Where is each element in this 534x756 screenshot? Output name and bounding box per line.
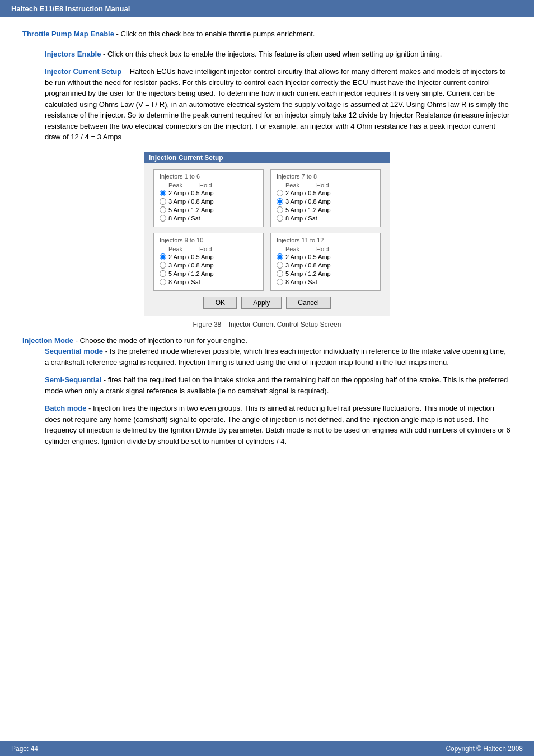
injector-current-section: Injector Current Setup – Haltech ECUs ha… — [45, 66, 512, 143]
group4-radio1[interactable] — [277, 253, 283, 260]
group4-option2: 3 Amp / 0.8 Amp — [277, 262, 374, 269]
group2-option2: 3 Amp / 0.8 Amp — [277, 198, 374, 205]
group4-label1: 2 Amp / 0.5 Amp — [285, 253, 331, 260]
group3-radio2[interactable] — [160, 262, 166, 269]
group2-option1: 2 Amp / 0.5 Amp — [277, 190, 374, 196]
group2-radio1[interactable] — [277, 190, 283, 196]
group2-radio4[interactable] — [277, 215, 283, 222]
group4-radio4[interactable] — [277, 279, 283, 285]
injectors-enable-term: Injectors Enable — [45, 50, 101, 58]
group3-radio4[interactable] — [160, 279, 166, 285]
group4-option3: 5 Amp / 1.2 Amp — [277, 270, 374, 277]
group2-hold-label: Hold — [316, 182, 329, 189]
page-header: Haltech E11/E8 Instruction Manual — [0, 0, 534, 17]
group2-label3: 5 Amp / 1.2 Amp — [285, 206, 331, 213]
injectors-7-8-group: Injectors 7 to 8 Peak Hold 2 Amp / 0.5 A… — [270, 169, 381, 227]
apply-button[interactable]: Apply — [241, 297, 282, 309]
group1-option4: 8 Amp / Sat — [160, 215, 257, 222]
group4-label3: 5 Amp / 1.2 Amp — [285, 270, 331, 277]
dialog-buttons: OK Apply Cancel — [153, 297, 381, 309]
throttle-pump-term: Throttle Pump Map Enable — [22, 30, 114, 38]
injectors-1-6-group: Injectors 1 to 6 Peak Hold 2 Amp / 0.5 A… — [153, 169, 264, 227]
batch-mode-term: Batch mode — [45, 404, 86, 412]
figure-caption: Figure 38 – Injector Current Control Set… — [22, 321, 512, 328]
group3-option2: 3 Amp / 0.8 Amp — [160, 262, 257, 269]
group2-radio2[interactable] — [277, 198, 283, 205]
injectors-enable-paragraph: Injectors Enable - Click on this check b… — [45, 49, 512, 60]
injection-mode-section: Injection Mode - Choose the mode of inje… — [22, 335, 512, 476]
group4-hold-label: Hold — [316, 246, 329, 252]
group1-header: Peak Hold — [160, 182, 257, 189]
group2-radio3[interactable] — [277, 206, 283, 213]
group2-label4: 8 Amp / Sat — [285, 215, 317, 222]
group1-option1: 2 Amp / 0.5 Amp — [160, 190, 257, 196]
group3-label3: 5 Amp / 1.2 Amp — [168, 270, 214, 277]
injectors-enable-desc: - Click on this check box to enable the … — [103, 50, 442, 58]
injectors-enable-section: Injectors Enable - Click on this check b… — [45, 49, 512, 60]
group1-label4: 8 Amp / Sat — [168, 215, 200, 222]
batch-mode-section: Batch mode - Injection fires the injecto… — [45, 403, 512, 447]
header-title: Haltech E11/E8 Instruction Manual — [11, 4, 130, 13]
dialog-bottom-groups: Injectors 9 to 10 Peak Hold 2 Amp / 0.5 … — [153, 233, 381, 291]
group1-radio1[interactable] — [160, 190, 166, 196]
injector-current-term: Injector Current Setup — [45, 67, 121, 76]
group4-title: Injectors 11 to 12 — [277, 237, 374, 243]
sequential-section: Sequential mode - Is the preferred mode … — [45, 346, 512, 368]
injectors-11-12-group: Injectors 11 to 12 Peak Hold 2 Amp / 0.5… — [270, 233, 381, 291]
group4-radio3[interactable] — [277, 270, 283, 277]
group3-peak-label: Peak — [168, 246, 182, 252]
injector-current-dash: – — [124, 67, 130, 76]
group1-option2: 3 Amp / 0.8 Amp — [160, 198, 257, 205]
group1-option3: 5 Amp / 1.2 Amp — [160, 206, 257, 213]
ok-button[interactable]: OK — [203, 297, 237, 309]
group3-label2: 3 Amp / 0.8 Amp — [168, 262, 214, 269]
page-number: Page: 44 — [11, 745, 38, 753]
cancel-button[interactable]: Cancel — [286, 297, 330, 309]
group2-option3: 5 Amp / 1.2 Amp — [277, 206, 374, 213]
group2-label2: 3 Amp / 0.8 Amp — [285, 198, 331, 205]
group2-option4: 8 Amp / Sat — [277, 215, 374, 222]
group3-title: Injectors 9 to 10 — [160, 237, 257, 243]
sequential-paragraph: Sequential mode - Is the preferred mode … — [45, 346, 512, 368]
dialog-container: Injection Current Setup Injectors 1 to 6… — [22, 152, 512, 316]
group3-header: Peak Hold — [160, 246, 257, 252]
group1-label1: 2 Amp / 0.5 Amp — [168, 190, 214, 196]
group4-label4: 8 Amp / Sat — [285, 279, 317, 285]
group1-radio2[interactable] — [160, 198, 166, 205]
semi-sequential-term: Semi-Sequential — [45, 375, 101, 384]
group3-label4: 8 Amp / Sat — [168, 279, 200, 285]
batch-mode-paragraph: Batch mode - Injection fires the injecto… — [45, 403, 512, 447]
group2-label1: 2 Amp / 0.5 Amp — [285, 190, 331, 196]
group1-hold-label: Hold — [199, 182, 212, 189]
dialog-top-groups: Injectors 1 to 6 Peak Hold 2 Amp / 0.5 A… — [153, 169, 381, 227]
group1-radio4[interactable] — [160, 215, 166, 222]
group4-label2: 3 Amp / 0.8 Amp — [285, 262, 331, 269]
injection-mode-desc: - Choose the mode of injection to run fo… — [76, 336, 247, 345]
main-content: Throttle Pump Map Enable - Click on this… — [0, 17, 534, 496]
group3-option3: 5 Amp / 1.2 Amp — [160, 270, 257, 277]
injector-current-paragraph: Injector Current Setup – Haltech ECUs ha… — [45, 66, 512, 143]
throttle-pump-desc: - Click on this check box to enable thro… — [116, 30, 315, 38]
throttle-pump-paragraph: Throttle Pump Map Enable - Click on this… — [22, 29, 512, 40]
group1-radio3[interactable] — [160, 206, 166, 213]
injectors-9-10-group: Injectors 9 to 10 Peak Hold 2 Amp / 0.5 … — [153, 233, 264, 291]
semi-sequential-paragraph: Semi-Sequential - fires half the require… — [45, 374, 512, 396]
group3-option1: 2 Amp / 0.5 Amp — [160, 253, 257, 260]
group3-radio1[interactable] — [160, 253, 166, 260]
group4-radio2[interactable] — [277, 262, 283, 269]
group3-radio3[interactable] — [160, 270, 166, 277]
injector-current-desc: Haltech ECUs have intelligent injector c… — [45, 67, 509, 141]
copyright: Copyright © Haltech 2008 — [446, 745, 523, 753]
group4-option1: 2 Amp / 0.5 Amp — [277, 253, 374, 260]
group2-header: Peak Hold — [277, 182, 374, 189]
dialog-title: Injection Current Setup — [144, 152, 390, 163]
group1-label3: 5 Amp / 1.2 Amp — [168, 206, 214, 213]
throttle-pump-section: Throttle Pump Map Enable - Click on this… — [22, 29, 512, 40]
group3-option4: 8 Amp / Sat — [160, 279, 257, 285]
sequential-term: Sequential mode — [45, 347, 103, 355]
semi-sequential-desc: - fires half the required fuel on the in… — [45, 375, 508, 395]
group4-peak-label: Peak — [285, 246, 299, 252]
group3-hold-label: Hold — [199, 246, 212, 252]
group1-peak-label: Peak — [168, 182, 182, 189]
group4-option4: 8 Amp / Sat — [277, 279, 374, 285]
